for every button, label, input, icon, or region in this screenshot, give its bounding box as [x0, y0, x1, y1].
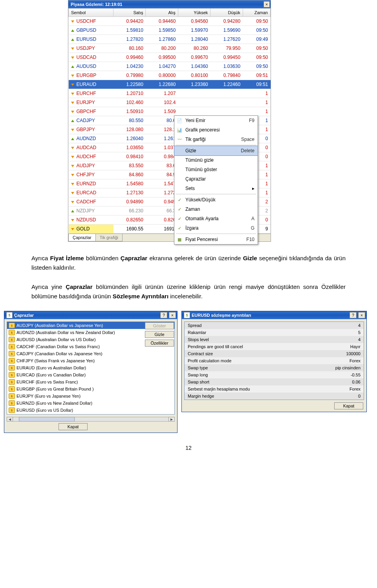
tab-caprazlar[interactable]: Çaprazlar: [68, 234, 96, 241]
menu-item[interactable]: Çaprazlar: [174, 174, 258, 184]
spec-row: Serbest marjin hesaplama moduForex: [185, 385, 364, 393]
hide-button[interactable]: Gizle: [145, 331, 174, 338]
menu-icon: ✓: [176, 225, 183, 231]
close-icon[interactable]: ×: [264, 1, 270, 7]
tab-tik-grafigi[interactable]: Tik grafiği: [95, 234, 123, 241]
column-header[interactable]: Alış: [146, 9, 178, 17]
menu-icon: ✓: [176, 215, 183, 222]
column-header[interactable]: Yüksek: [178, 9, 210, 17]
column-header[interactable]: Düşük: [210, 9, 243, 17]
table-row[interactable]: EURJPY102.460102.41: [69, 98, 271, 107]
trend-up-icon: [71, 210, 74, 212]
list-item[interactable]: $EURAUD (Euro vs Australian Dollar): [7, 364, 174, 371]
scroll-left-icon[interactable]: ◀: [7, 417, 13, 422]
trend-down-icon: [71, 102, 74, 104]
show-button[interactable]: Göster: [145, 322, 174, 329]
close-button[interactable]: Kapat: [334, 402, 363, 409]
menu-item[interactable]: Sets▸: [174, 184, 258, 193]
menu-icon: 📊: [176, 127, 183, 133]
column-header[interactable]: Zaman: [243, 9, 270, 17]
list-item[interactable]: $EURNZD (Euro vs New Zealand Dollar): [7, 400, 174, 407]
currency-icon: $: [9, 393, 15, 399]
trend-down-icon: [71, 129, 74, 131]
trend-down-icon: [71, 156, 74, 158]
list-item[interactable]: $EURCHF (Euro vs Swiss Franc): [7, 378, 174, 385]
list-item[interactable]: $EURCAD (Euro vs Canadian Dollar): [7, 371, 174, 378]
properties-button[interactable]: Özellikler: [145, 340, 174, 347]
menu-item[interactable]: ✓Yüksek/Düşük: [174, 195, 258, 205]
trend-down-icon: [71, 47, 74, 50]
table-row[interactable]: EURCHF1.207101.2071: [69, 89, 271, 98]
trend-down-icon: [71, 228, 74, 230]
currency-icon: $: [9, 337, 15, 342]
table-row[interactable]: USDCHF0.944200.944600.945600.9428009:50: [69, 17, 271, 26]
trend-up-icon: [71, 138, 74, 140]
currency-icon: $: [9, 365, 15, 371]
spec-title-bar[interactable]: $ EURUSD sözleşme ayrıntıları ? ×: [182, 311, 366, 319]
menu-icon: [176, 166, 183, 173]
context-menu[interactable]: 📄Yeni EmirF9📊Grafik penceresi〰Tik garfiğ…: [174, 115, 258, 245]
table-row[interactable]: USDJPY80.16080.20080.26079.95009:50: [69, 44, 271, 53]
menu-icon: [176, 157, 183, 163]
menu-item[interactable]: 📄Yeni EmirF9: [174, 116, 258, 125]
menu-item[interactable]: ✓İzgaraG: [174, 223, 258, 233]
menu-item[interactable]: Tümünü gizle: [174, 155, 258, 165]
app-icon: $: [184, 312, 190, 318]
menu-icon: ✓: [176, 197, 183, 203]
close-button[interactable]: Kapat: [59, 423, 88, 430]
table-row[interactable]: GBPCHF1.509101.5091: [69, 107, 271, 116]
trend-down-icon: [71, 192, 74, 194]
currency-icon: $: [9, 344, 15, 349]
trend-down-icon: [71, 174, 74, 176]
help-icon[interactable]: ?: [160, 312, 167, 318]
scroll-thumb[interactable]: [19, 417, 75, 422]
menu-item[interactable]: 📊Grafik penceresi: [174, 125, 258, 135]
spec-title: EURUSD sözleşme ayrıntıları: [192, 313, 348, 318]
currency-icon: $: [9, 358, 15, 363]
spec-row: Pendings are good till cancelHayır: [185, 343, 364, 350]
column-header[interactable]: Sembol: [69, 9, 113, 17]
currency-icon: $: [9, 323, 15, 328]
menu-item[interactable]: ✓Zaman: [174, 205, 258, 214]
close-icon[interactable]: ×: [358, 312, 365, 318]
window-title: Piyasa Gözlemi: 12:19:01: [71, 2, 122, 7]
menu-item[interactable]: ▦Fiyat PenceresiF10: [174, 235, 258, 244]
table-row[interactable]: AUDUSD1.042301.042701.043601.0363009:50: [69, 62, 271, 71]
spec-row: Swap long-0.55: [185, 371, 364, 378]
list-item[interactable]: $EURUSD (Euro vs US Dollar): [7, 407, 174, 414]
menu-item[interactable]: 〰Tik garfiğiSpace: [174, 135, 258, 144]
table-row[interactable]: EURGBP0.799800.800000.801000.7984009:51: [69, 71, 271, 80]
paragraph-2: Ayrıca yine Çaprazlar bölümünden ilgili …: [31, 282, 346, 301]
menu-icon: 〰: [176, 136, 183, 142]
table-row[interactable]: USDCAD0.994600.995000.996700.9945009:50: [69, 53, 271, 62]
menu-item[interactable]: ✓Otomatik AyarlaA: [174, 214, 258, 223]
table-row[interactable]: EURAUD1.225801.226801.233601.2246009:51: [69, 80, 271, 89]
list-item[interactable]: $CADJPY (Canadian Dollar vs Japanese Yen…: [7, 350, 174, 357]
symbols-dialog: $ Çaprazlar ? × $AUDJPY (Australian Doll…: [4, 311, 178, 433]
list-item[interactable]: $EURGBP (Euro vs Great Britain Pound ): [7, 385, 174, 393]
trend-up-icon: [71, 120, 74, 122]
list-item[interactable]: $EURJPY (Euro vs Japanese Yen): [7, 393, 174, 400]
spec-row: Contract size100000: [185, 350, 364, 357]
scroll-right-icon[interactable]: ▶: [168, 417, 175, 422]
trend-down-icon: [71, 111, 74, 113]
currency-icon: $: [9, 330, 15, 335]
table-row[interactable]: EURUSD1.278201.278601.280401.2762009:49: [69, 35, 271, 44]
symbols-title-bar[interactable]: $ Çaprazlar ? ×: [4, 311, 177, 319]
scrollbar[interactable]: ◀ ▶: [7, 417, 175, 422]
trend-down-icon: [71, 201, 74, 203]
menu-item[interactable]: Tümünü göster: [174, 165, 258, 174]
window-title-bar[interactable]: Piyasa Gözlemi: 12:19:01 ×: [68, 0, 271, 8]
column-header[interactable]: Satış: [113, 9, 146, 17]
table-row[interactable]: GBPUSD1.598101.598501.599701.5969009:50: [69, 26, 271, 35]
list-item[interactable]: $CHFJPY (Swiss Frank vs Japanese Yen): [7, 357, 174, 364]
menu-item[interactable]: GizleDelete: [174, 146, 258, 156]
trend-up-icon: [71, 38, 74, 41]
trend-down-icon: [71, 57, 74, 59]
spec-row: Profit calculation modeForex: [185, 357, 364, 364]
close-icon[interactable]: ×: [169, 312, 176, 318]
app-icon: $: [6, 312, 13, 318]
help-icon[interactable]: ?: [350, 312, 357, 318]
currency-icon: $: [9, 386, 15, 392]
menu-icon: [176, 176, 183, 182]
